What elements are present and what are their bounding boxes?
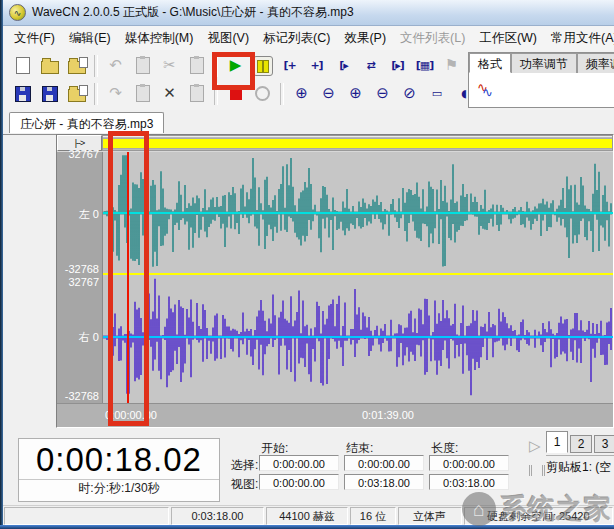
range-cell[interactable]: 0:00:00.00: [429, 455, 509, 471]
select-all-icon: [▦]: [416, 60, 433, 71]
title-bar[interactable]: ∿ WaveCN 2.0.0.5 正式版 - G:\Music\庄心妍 - 真的…: [3, 0, 614, 26]
menu-item-2[interactable]: 编辑(E): [62, 27, 118, 50]
delete-button[interactable]: ✕: [157, 81, 182, 106]
mix-paste-button[interactable]: [184, 81, 209, 106]
zoom-out-vertical-button[interactable]: ⊖: [316, 81, 341, 106]
clipboard-play-icon[interactable]: ▷: [529, 437, 541, 455]
menu-item-7: 文件列表(L): [393, 27, 472, 50]
window-title: WaveCN 2.0.0.5 正式版 - G:\Music\庄心妍 - 真的不容…: [32, 4, 354, 21]
wavecn-logo-icon: ∿: [9, 4, 26, 21]
new-file-icon: [16, 57, 30, 74]
copy-icon: [136, 85, 150, 102]
clipboard-status-label: 剪贴板1: (空: [546, 455, 614, 476]
marker-flag-button[interactable]: ⚑: [439, 53, 464, 78]
paste-button[interactable]: [184, 53, 209, 78]
insert-file-icon: [68, 61, 86, 74]
amplitude-gutter: 32767 左 0 -32768 32767 右 0 -32768: [57, 152, 103, 403]
clipboard-tab-3[interactable]: 3: [594, 435, 614, 453]
zoom-out-horizontal-icon: ⊖: [376, 86, 389, 101]
select-view-icon: [▸]: [391, 60, 404, 71]
save-button[interactable]: [10, 81, 35, 106]
toolbar-separator: [94, 55, 98, 77]
select-to-start-button[interactable]: [+: [277, 53, 302, 78]
redo-button[interactable]: ↷: [103, 81, 128, 106]
open-file-button[interactable]: [37, 53, 62, 78]
toolbar-separator: [94, 83, 98, 105]
cursor-swap-button[interactable]: ⇄: [358, 53, 383, 78]
time-format-label: 时:分:秒:1/30秒: [19, 479, 219, 498]
annotation-box-cursor: [108, 131, 149, 426]
waveform-graphic: [103, 152, 613, 403]
mix-paste-icon: [190, 85, 204, 102]
undo-icon: ↶: [109, 58, 122, 73]
clipboard-pause-icon[interactable]: [529, 462, 545, 479]
toolbar-row-2: ↷✕⊕⊖⊕⊖⊘▭◖◗: [9, 80, 543, 107]
insert-file-button[interactable]: [64, 53, 89, 78]
zoom-in-horizontal-button[interactable]: ⊕: [343, 81, 368, 106]
clipboard-tab-2[interactable]: 2: [570, 435, 592, 453]
range-cell[interactable]: 0:00:00.00: [259, 474, 339, 490]
range-cell[interactable]: 0:00:00.00: [259, 455, 339, 471]
zoom-in-vertical-button[interactable]: ⊕: [289, 81, 314, 106]
left-max-label: 32767: [68, 148, 99, 160]
range-row-label-2: 视图:: [231, 476, 258, 493]
left-zero-label: 左 0: [79, 207, 99, 222]
select-view-button[interactable]: [▸]: [385, 53, 410, 78]
zoom-selection-icon: ▭: [432, 88, 441, 99]
document-tab-bar: 庄心妍 - 真的不容易.mp3: [3, 110, 614, 135]
paste-icon: [190, 57, 204, 74]
menu-item-3[interactable]: 媒体控制(M): [118, 27, 201, 50]
status-field-6: 硬盘剩余空间: 25420: [464, 507, 613, 525]
menu-bar: 文件(F)编辑(E)媒体控制(M)视图(V)标记列表(C)效果(P)文件列表(L…: [3, 26, 614, 51]
toolbar-separator: [280, 83, 284, 105]
annotation-box-pause: [212, 52, 255, 90]
zoom-out-horizontal-button[interactable]: ⊖: [370, 81, 395, 106]
select-to-end-button[interactable]: +]: [304, 53, 329, 78]
right-max-label: 32767: [68, 276, 99, 288]
zoom-selection-button[interactable]: ▭: [424, 81, 449, 106]
cursor-select-start-button[interactable]: [▸: [331, 53, 356, 78]
close-file-button[interactable]: [64, 81, 89, 106]
menu-item-6[interactable]: 效果(P): [337, 27, 393, 50]
document-tab[interactable]: 庄心妍 - 真的不容易.mp3: [9, 112, 164, 133]
side-tab-2[interactable]: 功率调节: [511, 53, 577, 73]
window-bottom-border: [0, 525, 614, 529]
menu-item-5[interactable]: 标记列表(C): [256, 27, 337, 50]
save-as-button[interactable]: [37, 81, 62, 106]
waveform-display[interactable]: [103, 152, 613, 403]
cut-icon: ✂: [163, 58, 176, 73]
format-convert-icon[interactable]: [477, 83, 495, 97]
copy-button[interactable]: [130, 81, 155, 106]
range-cell[interactable]: 0:00:00.00: [344, 455, 424, 471]
side-tab-1[interactable]: 格式: [469, 53, 511, 73]
range-cell[interactable]: 0:03:18.00: [344, 474, 424, 490]
side-tab-3[interactable]: 频率调节: [577, 53, 614, 73]
status-field-4: 16 位: [350, 507, 395, 525]
zoom-off-icon: ⊘: [403, 86, 416, 101]
close-folder-icon: [68, 89, 86, 102]
cut-button[interactable]: ✂: [157, 53, 182, 78]
time-display-box: 0:00:18.02 时:分:秒:1/30秒: [18, 438, 220, 502]
menu-item-8[interactable]: 工作区(W): [472, 27, 544, 50]
select-to-start-icon: [+: [283, 60, 295, 71]
undo-button[interactable]: ↶: [103, 53, 128, 78]
zoom-left-icon: ◖: [461, 88, 466, 99]
zoom-in-vertical-icon: ⊕: [295, 86, 308, 101]
menu-item-1[interactable]: 文件(F): [7, 27, 62, 50]
zoom-off-button[interactable]: ⊘: [397, 81, 422, 106]
new-file-button[interactable]: [10, 53, 35, 78]
side-panel: 格式功率调节频率调节: [468, 52, 614, 108]
clipboard-tab-1[interactable]: 1: [546, 431, 568, 453]
paste-new-button[interactable]: [130, 53, 155, 78]
marker-flag-icon: ⚑: [445, 58, 458, 73]
range-cell[interactable]: 0:03:18.00: [429, 474, 509, 490]
paste-new-icon: [136, 57, 150, 74]
status-field-2: 0:03:18.00: [171, 507, 263, 525]
cursor-swap-icon: ⇄: [366, 60, 374, 71]
select-to-end-icon: +]: [310, 60, 322, 71]
right-min-label: -32768: [65, 390, 99, 402]
select-all-button[interactable]: [▦]: [412, 53, 437, 78]
overview-position-bar[interactable]: [102, 135, 613, 151]
menu-item-9[interactable]: 常用文件(A): [544, 27, 614, 50]
menu-item-4[interactable]: 视图(V): [200, 27, 256, 50]
